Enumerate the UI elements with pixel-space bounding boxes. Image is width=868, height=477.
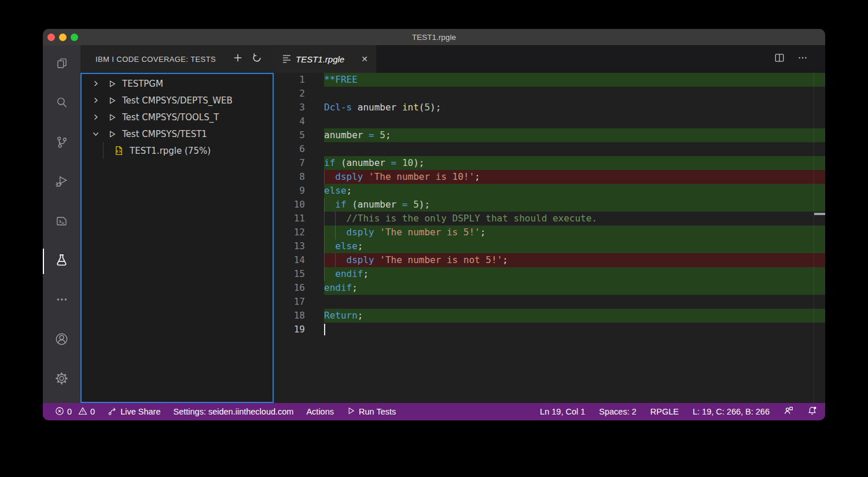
tree-indent-guide: [103, 142, 104, 159]
line-number: 2: [274, 87, 324, 101]
code-token: [324, 199, 335, 210]
code-line-content[interactable]: else;: [324, 239, 825, 253]
traffic-lights: [47, 29, 78, 45]
code-line[interactable]: 17: [274, 295, 825, 309]
code-line-content[interactable]: [324, 323, 825, 337]
code-line-content[interactable]: [324, 87, 825, 101]
code-line[interactable]: 8 dsply 'The number is 10!';: [274, 170, 825, 184]
tree-item-tools-t[interactable]: Test CMPSYS/TOOLS_T: [82, 109, 273, 125]
test-file-icon: [114, 146, 124, 156]
actions-status[interactable]: Actions: [306, 407, 334, 416]
share-icon: [108, 406, 117, 417]
chevron-right-icon[interactable]: [91, 113, 100, 121]
activity-source-control[interactable]: [43, 124, 80, 163]
code-line[interactable]: 11 //This is the only DSPLY that should …: [274, 212, 825, 225]
activity-explorer[interactable]: [43, 45, 80, 84]
code-line-content[interactable]: [324, 295, 825, 309]
live-share-status[interactable]: Live Share: [108, 406, 160, 417]
overview-ruler-separator: [814, 73, 814, 403]
run-test-icon[interactable]: [108, 80, 117, 88]
activity-search[interactable]: [43, 84, 80, 124]
tab-test1-rpgle[interactable]: TEST1.rpgle ✕: [274, 45, 376, 73]
activity-run-debug[interactable]: [43, 163, 80, 202]
code-line-content[interactable]: dsply 'The number is not 5!';: [324, 253, 825, 267]
activity-additional-views[interactable]: [43, 281, 80, 320]
refresh-button[interactable]: [252, 53, 262, 65]
code-line-content[interactable]: else;: [324, 184, 825, 198]
tree-item-label: TEST1.rpgle (75%): [130, 146, 211, 156]
chevron-right-icon[interactable]: [91, 97, 100, 104]
code-line[interactable]: 19: [274, 323, 825, 337]
language-mode-status[interactable]: RPGLE: [650, 407, 679, 416]
code-line-content[interactable]: [324, 114, 825, 128]
code-line-content[interactable]: dsply 'The number is 5!';: [324, 225, 825, 239]
code-line[interactable]: 12 dsply 'The number is 5!';: [274, 225, 825, 239]
code-token: [396, 157, 402, 168]
run-test-icon[interactable]: [108, 130, 117, 138]
code-line[interactable]: 6: [274, 142, 825, 156]
run-tests-status[interactable]: Run Tests: [347, 406, 396, 417]
code-line-content[interactable]: //This is the only DSPLY that should exe…: [324, 212, 825, 225]
code-line[interactable]: 15 endif;: [274, 267, 825, 281]
run-test-icon[interactable]: [108, 97, 117, 105]
activity-accounts[interactable]: [43, 320, 80, 360]
code-line-content[interactable]: [324, 142, 825, 156]
code-line[interactable]: 3Dcl-s anumber int(5);: [274, 101, 825, 114]
zoom-window-button[interactable]: [71, 34, 78, 41]
code-line-content[interactable]: anumber = 5;: [324, 128, 825, 142]
code-line-content[interactable]: dsply 'The number is 10!';: [324, 170, 825, 184]
code-line-content[interactable]: if (anumber = 5);: [324, 198, 825, 212]
close-tab-icon[interactable]: ✕: [360, 53, 369, 65]
code-line-content[interactable]: Return;: [324, 309, 825, 323]
split-editor-icon[interactable]: [774, 53, 785, 65]
chevron-right-icon[interactable]: [91, 80, 100, 87]
add-test-button[interactable]: [233, 53, 243, 65]
indentation-status[interactable]: Spaces: 2: [599, 407, 637, 416]
code-line-content[interactable]: if (anumber = 10);: [324, 156, 825, 170]
activity-manage[interactable]: [43, 360, 80, 399]
tree-item-test1[interactable]: Test CMPSYS/TEST1: [82, 125, 273, 142]
tree-item-testpgm[interactable]: TESTPGM: [82, 75, 273, 92]
code-token: [374, 227, 380, 238]
close-window-button[interactable]: [47, 34, 55, 41]
settings-host-status[interactable]: Settings: seiden.iinthecloud.com: [173, 407, 293, 416]
code-line[interactable]: 1**FREE: [274, 73, 825, 87]
activity-testing[interactable]: [43, 242, 80, 281]
code-token: [324, 171, 335, 182]
code-token: endif: [324, 282, 352, 293]
ellipsis-icon: [54, 292, 69, 309]
feedback-status[interactable]: [784, 406, 793, 417]
more-actions-icon[interactable]: [797, 53, 808, 65]
code-line[interactable]: 13 else;: [274, 239, 825, 253]
code-line[interactable]: 16endif;: [274, 281, 825, 295]
tree-item-label: TESTPGM: [122, 79, 163, 89]
code-line[interactable]: 9else;: [274, 184, 825, 198]
code-line[interactable]: 2: [274, 87, 825, 101]
code-line-content[interactable]: Dcl-s anumber int(5);: [324, 101, 825, 114]
activity-ibmi-terminals[interactable]: [43, 202, 80, 242]
code-line[interactable]: 5anumber = 5;: [274, 128, 825, 142]
code-editor[interactable]: 1**FREE23Dcl-s anumber int(5);45anumber …: [274, 73, 825, 403]
code-line-content[interactable]: endif;: [324, 267, 825, 281]
code-token: ;: [502, 254, 508, 265]
cursor-position-status[interactable]: Ln 19, Col 1: [540, 407, 585, 416]
problems-status[interactable]: 0 0: [55, 406, 95, 417]
chevron-down-icon[interactable]: [91, 130, 100, 138]
run-test-icon[interactable]: [108, 113, 117, 121]
notifications-status[interactable]: [807, 406, 817, 417]
code-line[interactable]: 7if (anumber = 10);: [274, 156, 825, 170]
code-line[interactable]: 10 if (anumber = 5);: [274, 198, 825, 212]
code-line-content[interactable]: endif;: [324, 281, 825, 295]
code-token: ;: [347, 185, 352, 196]
tree-item-depts-web[interactable]: Test CMPSYS/DEPTS_WEB: [82, 92, 273, 109]
code-token: if: [335, 199, 346, 210]
tree-item-test1-rpgle[interactable]: TEST1.rpgle (75%): [82, 142, 273, 159]
title-bar[interactable]: TEST1.rpgle: [43, 29, 825, 45]
file-metrics-status[interactable]: L: 19, C: 266, B: 266: [693, 407, 770, 416]
code-line[interactable]: 18Return;: [274, 309, 825, 323]
code-token: if: [324, 157, 335, 168]
minimize-window-button[interactable]: [59, 34, 67, 41]
code-line[interactable]: 4: [274, 114, 825, 128]
code-line-content[interactable]: **FREE: [324, 73, 825, 87]
code-line[interactable]: 14 dsply 'The number is not 5!';: [274, 253, 825, 267]
